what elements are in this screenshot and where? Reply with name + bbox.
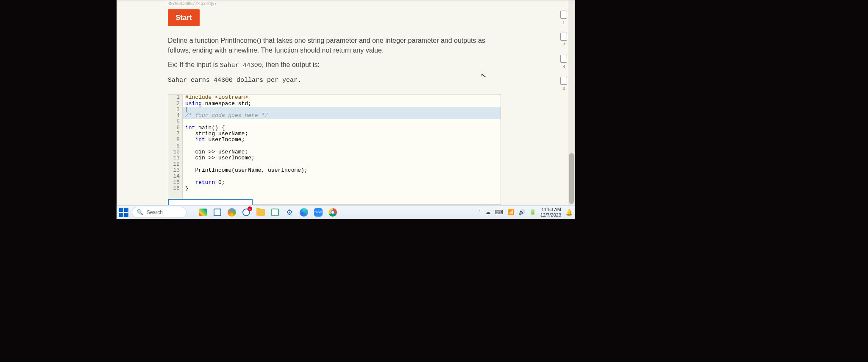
code-line: #include <iostream> bbox=[185, 94, 248, 100]
start-button[interactable]: Start bbox=[168, 9, 200, 26]
scroll-thumb[interactable] bbox=[569, 153, 574, 204]
zoom-icon[interactable]: zoom bbox=[314, 208, 323, 217]
code-text: userIncome; bbox=[205, 136, 245, 143]
question-id-hash: 497968.3685772.qx3zqy7 bbox=[117, 0, 575, 7]
volume-icon[interactable]: 🔊 bbox=[518, 209, 525, 215]
step-label: 4 bbox=[562, 86, 565, 91]
step-1[interactable]: 1 bbox=[560, 11, 567, 25]
line-number: 7 bbox=[168, 131, 183, 137]
wifi-icon[interactable]: 📶 bbox=[507, 209, 514, 215]
battery-icon[interactable]: 🔋 bbox=[529, 209, 536, 215]
code-text: namespace std; bbox=[202, 100, 251, 107]
system-tray: ˄ ☁ ⌨ 📶 🔊 🔋 11:53 AM 12/7/2023 🔔 bbox=[479, 207, 573, 217]
example-suffix: , then the output is: bbox=[262, 61, 320, 68]
example-line: Ex: If the input is Sahar 44300, then th… bbox=[168, 61, 566, 69]
notification-bell-icon[interactable]: 🔔 bbox=[565, 209, 573, 216]
line-number: 9 bbox=[168, 143, 183, 149]
chrome-icon[interactable] bbox=[328, 208, 337, 217]
code-text bbox=[185, 179, 195, 186]
line-number: 2 bbox=[168, 101, 183, 107]
code-kw: return bbox=[195, 179, 215, 186]
code-comment: /* Your code goes here */ bbox=[185, 112, 268, 119]
code-line: PrintIncome(userName, userIncome); bbox=[183, 167, 308, 173]
code-kw: int bbox=[185, 125, 195, 131]
line-number: 16 bbox=[168, 186, 183, 192]
file-explorer-icon[interactable] bbox=[256, 208, 265, 217]
line-number: 3 bbox=[168, 107, 183, 113]
clock-date: 12/7/2023 bbox=[540, 212, 561, 217]
code-line: cin >> userName; bbox=[183, 149, 248, 155]
vertical-scrollbar[interactable]: ▾ bbox=[568, 0, 575, 218]
code-line bbox=[183, 143, 185, 149]
cursor-line[interactable]: | bbox=[183, 107, 189, 113]
question-content: Start Define a function PrintIncome() th… bbox=[117, 7, 575, 213]
mouse-cursor-icon: ↖ bbox=[480, 71, 487, 80]
line-number: 13 bbox=[168, 167, 183, 173]
search-placeholder: Search bbox=[147, 209, 163, 215]
step-navigator: 1 2 3 4 bbox=[560, 11, 567, 91]
tray-overflow-icon[interactable]: ˄ bbox=[479, 209, 481, 215]
onedrive-icon[interactable]: ☁ bbox=[485, 209, 491, 215]
code-text bbox=[185, 136, 195, 143]
copilot-icon[interactable] bbox=[228, 208, 236, 217]
line-number: 15 bbox=[168, 180, 183, 186]
edge-icon[interactable] bbox=[300, 208, 308, 217]
settings-icon[interactable]: ⚙ bbox=[285, 208, 294, 217]
line-number: 11 bbox=[168, 155, 183, 161]
search-icon: 🔍 bbox=[136, 209, 143, 215]
code-line bbox=[183, 162, 185, 167]
example-output: Sahar earns 44300 dollars per year. bbox=[168, 77, 566, 84]
step-3[interactable]: 3 bbox=[560, 55, 567, 69]
gift-icon[interactable] bbox=[199, 208, 207, 217]
code-kw: using bbox=[185, 100, 202, 107]
line-number: 14 bbox=[168, 173, 183, 179]
line-number: 4 bbox=[168, 113, 183, 119]
windows-taskbar: 🔍 Search 1 ⚙ zoom ˄ ☁ ⌨ 📶 🔊 🔋 11:53 AM 1… bbox=[117, 205, 575, 219]
code-editor[interactable]: 1#include <iostream> 2using namespace st… bbox=[168, 94, 501, 205]
code-text: 0; bbox=[215, 179, 225, 186]
line-number: 12 bbox=[168, 162, 183, 167]
step-label: 3 bbox=[562, 64, 565, 69]
problem-description: Define a function PrintIncome() that tak… bbox=[168, 36, 503, 55]
code-line bbox=[183, 173, 185, 179]
clock[interactable]: 11:53 AM 12/7/2023 bbox=[540, 207, 561, 217]
example-prefix: Ex: If the input is bbox=[168, 61, 220, 68]
code-line bbox=[183, 119, 185, 125]
code-kw: int bbox=[195, 136, 205, 143]
code-line: string userName; bbox=[183, 131, 248, 137]
line-number: 5 bbox=[168, 119, 183, 125]
line-number: 8 bbox=[168, 137, 183, 143]
clock-time: 11:53 AM bbox=[540, 207, 561, 212]
windows-start-icon[interactable] bbox=[119, 208, 128, 217]
chat-icon[interactable]: 1 bbox=[242, 208, 250, 217]
task-view-icon[interactable] bbox=[213, 208, 222, 217]
ms-store-icon[interactable] bbox=[271, 208, 279, 217]
app-window: 497968.3685772.qx3zqy7 Start Define a fu… bbox=[117, 0, 575, 219]
step-label: 2 bbox=[562, 42, 565, 47]
step-4[interactable]: 4 bbox=[560, 77, 567, 91]
line-number: 1 bbox=[168, 95, 183, 100]
line-number: 6 bbox=[168, 125, 183, 131]
notification-badge: 1 bbox=[248, 206, 252, 211]
code-line: cin >> userIncome; bbox=[183, 155, 255, 161]
code-text: main() { bbox=[195, 125, 225, 131]
taskbar-pinned-apps: 1 ⚙ zoom bbox=[199, 208, 337, 217]
code-line: } bbox=[183, 186, 189, 192]
taskbar-search[interactable]: 🔍 Search bbox=[132, 207, 187, 218]
line-number: 10 bbox=[168, 149, 183, 155]
keyboard-layout-icon[interactable]: ⌨ bbox=[495, 209, 503, 215]
step-label: 1 bbox=[562, 20, 565, 25]
example-input: Sahar 44300 bbox=[220, 62, 262, 69]
step-2[interactable]: 2 bbox=[560, 33, 567, 47]
